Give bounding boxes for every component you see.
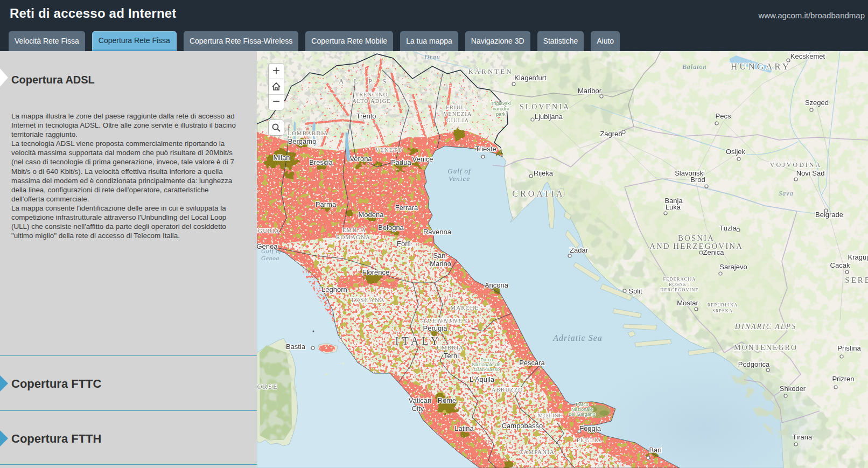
svg-text:San: San [433,252,445,260]
svg-text:City: City [412,404,424,413]
svg-text:Bastia: Bastia [286,343,306,351]
svg-text:Osijek: Osijek [726,148,746,156]
svg-text:Genoa: Genoa [261,255,279,261]
svg-text:Zadar: Zadar [570,246,589,254]
svg-text:SERBIA: SERBIA [845,276,868,284]
svg-text:CROATIA: CROATIA [512,189,564,198]
svg-text:A L P S: A L P S [339,77,390,85]
svg-text:TRENTINO: TRENTINO [355,92,388,97]
svg-text:LOMBARDIA: LOMBARDIA [288,130,328,136]
svg-text:Brod: Brod [690,176,705,184]
svg-text:Campobasso: Campobasso [502,422,543,430]
svg-text:Perugia: Perugia [423,324,448,332]
svg-text:VOJVODINA: VOJVODINA [770,161,822,169]
svg-text:Bari: Bari [649,446,661,454]
svg-text:BOSNE I: BOSNE I [669,282,690,287]
svg-text:Kraguje: Kraguje [848,253,868,261]
svg-text:Maribor: Maribor [578,87,602,95]
svg-text:Ravenna: Ravenna [423,228,452,236]
svg-text:REPUBLIKA: REPUBLIKA [708,302,738,308]
svg-text:Latina: Latina [454,424,474,432]
svg-text:HERCEGOVINE: HERCEGOVINE [660,287,698,292]
svg-text:Foggia: Foggia [579,424,601,432]
svg-text:Florence: Florence [362,268,390,276]
svg-text:Padua: Padua [391,158,411,166]
svg-text:Tuzla: Tuzla [719,224,737,232]
svg-text:Venice: Venice [449,174,470,183]
svg-text:Parma: Parma [316,200,337,208]
svg-text:MOLISE: MOLISE [538,412,563,418]
svg-text:del Gargano: del Gargano [569,411,596,417]
svg-text:ALTO ADIGE: ALTO ADIGE [352,98,391,104]
svg-text:TOSCANA: TOSCANA [351,296,384,304]
svg-text:Ljubljana: Ljubljana [535,113,563,121]
svg-text:Adriatic Sea: Adriatic Sea [552,333,603,343]
svg-text:MONTENEGRO: MONTENEGRO [734,344,797,352]
svg-text:Genoa: Genoa [257,242,278,250]
svg-text:LIGURIA: LIGURIA [257,227,279,234]
svg-text:Pecs: Pecs [716,112,731,120]
svg-text:AND HERZEGOVINA: AND HERZEGOVINA [649,242,743,250]
svg-text:MARCHE: MARCHE [450,304,479,311]
svg-text:Pristina: Pristina [837,344,861,352]
svg-text:Verona: Verona [349,155,372,163]
svg-text:Forlì: Forlì [397,240,411,248]
svg-text:Novi Sad: Novi Sad [796,169,825,177]
svg-text:Cacak: Cacak [830,261,850,269]
svg-text:APENNINES: APENNINES [421,317,468,325]
svg-text:Milan: Milan [273,153,290,162]
svg-text:Balaton: Balaton [683,63,707,71]
svg-text:Rome: Rome [438,396,457,404]
svg-text:park: park [496,111,506,117]
svg-text:Bergamo: Bergamo [288,137,317,145]
svg-text:Venice: Venice [412,155,433,163]
svg-text:Rijeka: Rijeka [534,169,554,177]
svg-text:Bologna: Bologna [378,223,404,232]
svg-text:GIULIA: GIULIA [446,117,469,123]
svg-text:Tirana: Tirana [793,433,813,441]
svg-text:Trieste: Trieste [475,145,496,153]
svg-text:Zenica: Zenica [703,248,724,256]
svg-text:Triglavski: Triglavski [491,101,511,106]
svg-text:Marino: Marino [430,260,451,268]
svg-text:Split: Split [628,287,642,295]
svg-text:Modena: Modena [359,211,384,219]
svg-text:BOSNIA: BOSNIA [678,234,715,242]
svg-text:Leghorn: Leghorn [321,285,347,294]
svg-text:Klagenfurt: Klagenfurt [514,74,547,82]
svg-text:SRPSKA: SRPSKA [712,308,733,313]
svg-text:L'Aquila: L'Aquila [470,375,495,383]
svg-text:VENETO: VENETO [375,146,402,153]
svg-text:Kecskemet: Kecskemet [790,52,825,60]
svg-text:Trento: Trento [356,112,376,120]
svg-text:SLOVENIA: SLOVENIA [520,103,570,111]
svg-text:CORSE: CORSE [257,383,278,390]
svg-text:ROMAGNA: ROMAGNA [336,234,370,240]
svg-text:Zagreb: Zagreb [600,130,622,138]
svg-text:EMILIA: EMILIA [342,227,367,233]
svg-text:Luka: Luka [666,203,681,211]
svg-text:Pescara: Pescara [519,359,545,367]
svg-text:PUGLIA: PUGLIA [577,437,601,443]
svg-text:narodni: narodni [493,106,509,111]
svg-text:ITALY: ITALY [395,335,442,347]
svg-text:KÄRNTEN: KÄRNTEN [468,67,513,75]
svg-text:Ferrara: Ferrara [395,204,418,212]
svg-text:Szeged: Szeged [805,99,829,107]
svg-text:Shkoder: Shkoder [780,385,806,393]
svg-text:Gulf of: Gulf of [447,167,472,175]
svg-text:Ancona: Ancona [485,281,509,289]
svg-text:HUNGARY: HUNGARY [731,61,791,72]
svg-text:Terni: Terni [444,352,459,360]
svg-text:Gran-Sasso: Gran-Sasso [474,367,500,372]
svg-text:UMBRIA: UMBRIA [437,344,464,351]
svg-text:Belgrade: Belgrade [815,211,843,219]
svg-text:Prizren: Prizren [832,375,854,383]
svg-text:Drau: Drau [424,53,440,61]
svg-text:CAMPANIA: CAMPANIA [519,449,555,455]
svg-text:Podgorica: Podgorica [738,360,770,368]
svg-text:Sarajevo: Sarajevo [719,263,747,271]
svg-text:Mostar: Mostar [677,299,698,307]
svg-text:Vatican: Vatican [409,396,431,404]
svg-text:ABRUZZO: ABRUZZO [492,386,523,393]
